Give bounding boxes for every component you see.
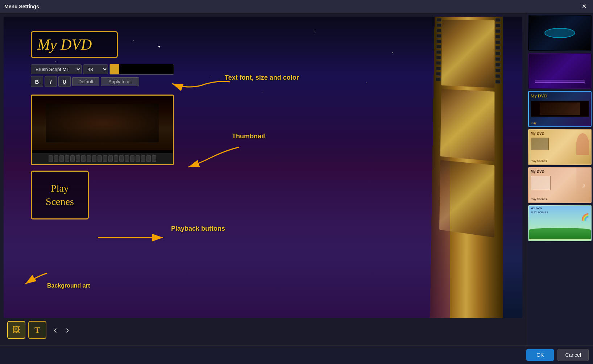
- dvd-title-text: My DVD: [37, 36, 111, 53]
- thumbnail-1[interactable]: [528, 15, 592, 51]
- arrow-playback: [94, 230, 174, 246]
- close-button[interactable]: ✕: [580, 2, 589, 11]
- arrow-background: [14, 266, 51, 289]
- font-size-select[interactable]: 48 36 24 72: [83, 64, 108, 74]
- thumbnail-filmstrip: [32, 153, 173, 164]
- ok-button[interactable]: OK: [526, 349, 554, 361]
- bottom-bar: OK Cancel: [0, 346, 593, 364]
- playback-text: Play Scenes: [46, 182, 74, 208]
- main-content: My DVD Text font, size and color: [0, 13, 593, 346]
- right-panel: My DVD Play My DVD Play Scenes: [526, 13, 593, 346]
- preview-area: My DVD Text font, size and color: [4, 17, 522, 318]
- playback-box: Play Scenes: [31, 171, 89, 219]
- thumbnail-5[interactable]: My DVD Play Scenes ♪: [528, 167, 592, 203]
- window-title: Menu Settings: [4, 4, 39, 9]
- thumbnail-3[interactable]: My DVD Play: [528, 91, 592, 127]
- thumbnail-annotation: Thumbnail: [232, 133, 265, 140]
- cancel-button[interactable]: Cancel: [557, 349, 589, 361]
- image-tool-icon: 🖼: [12, 325, 20, 335]
- text-font-annotation: Text font, size and color: [225, 74, 299, 81]
- dvd-title-box: My DVD: [31, 31, 118, 58]
- next-button[interactable]: ›: [63, 323, 72, 337]
- center-panel: My DVD Text font, size and color: [0, 13, 526, 346]
- thumbnail-6[interactable]: MY DVD PLAY SCENES 🌈: [528, 205, 592, 241]
- menu-settings-window: Menu Settings ✕: [0, 0, 593, 364]
- bottom-toolbar: 🖼 T ‹ ›: [4, 318, 522, 342]
- playback-annotation: Playback buttons: [171, 225, 225, 233]
- arrow-thumbnail: [181, 140, 246, 174]
- color-picker[interactable]: [109, 64, 174, 75]
- prev-button[interactable]: ‹: [51, 323, 60, 337]
- font-family-select[interactable]: Brush Script MT Arial Times New Roman: [31, 64, 82, 74]
- thumbnail-image: [32, 96, 173, 150]
- thumbnail-4[interactable]: My DVD Play Scenes: [528, 129, 592, 165]
- default-button[interactable]: Default: [72, 77, 99, 86]
- thumbnail-2[interactable]: [528, 53, 592, 89]
- underline-button[interactable]: U: [58, 76, 71, 87]
- filmstrip-decoration: [434, 17, 502, 318]
- title-bar: Menu Settings ✕: [0, 0, 593, 13]
- thumbnail-box: [31, 95, 174, 165]
- text-tool-button[interactable]: T: [28, 321, 46, 339]
- background-annotation: Background art: [47, 283, 90, 289]
- font-row2: B I U Default Apply to all: [31, 76, 174, 87]
- font-toolbar: Brush Script MT Arial Times New Roman 48…: [31, 64, 174, 87]
- italic-button[interactable]: I: [45, 76, 57, 87]
- bold-button[interactable]: B: [31, 76, 43, 87]
- image-tool-button[interactable]: 🖼: [7, 321, 25, 339]
- apply-all-button[interactable]: Apply to all: [101, 77, 139, 86]
- font-row1: Brush Script MT Arial Times New Roman 48…: [31, 64, 174, 75]
- text-tool-icon: T: [34, 325, 40, 335]
